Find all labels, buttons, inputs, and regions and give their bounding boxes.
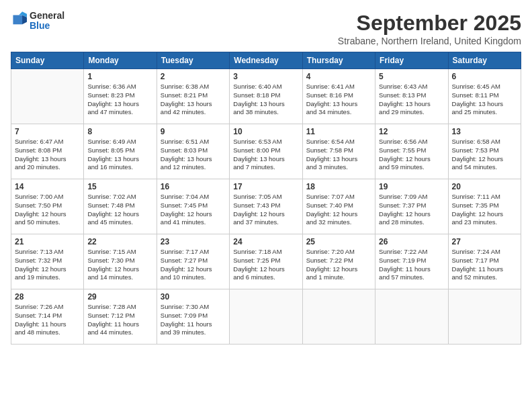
day-number: 20 xyxy=(452,182,517,191)
day-info: Sunrise: 7:18 AM Sunset: 7:25 PM Dayligh… xyxy=(233,248,298,282)
day-info: Sunrise: 6:53 AM Sunset: 8:00 PM Dayligh… xyxy=(233,138,298,172)
calendar-cell xyxy=(375,289,448,345)
calendar-header-row: SundayMondayTuesdayWednesdayThursdayFrid… xyxy=(11,52,521,69)
logo: General Blue xyxy=(11,11,64,32)
header-friday: Friday xyxy=(375,52,448,69)
day-number: 9 xyxy=(161,127,226,136)
calendar-cell: 21Sunrise: 7:13 AM Sunset: 7:32 PM Dayli… xyxy=(11,234,84,289)
day-info: Sunrise: 7:07 AM Sunset: 7:40 PM Dayligh… xyxy=(306,193,371,227)
calendar-cell: 5Sunrise: 6:43 AM Sunset: 8:13 PM Daylig… xyxy=(375,69,448,124)
day-number: 8 xyxy=(87,127,152,136)
day-number: 2 xyxy=(161,72,226,81)
day-number: 23 xyxy=(161,237,226,246)
day-info: Sunrise: 6:36 AM Sunset: 8:23 PM Dayligh… xyxy=(87,83,152,117)
day-info: Sunrise: 6:58 AM Sunset: 7:53 PM Dayligh… xyxy=(452,138,517,172)
day-info: Sunrise: 7:04 AM Sunset: 7:45 PM Dayligh… xyxy=(161,193,226,227)
day-info: Sunrise: 7:17 AM Sunset: 7:27 PM Dayligh… xyxy=(161,248,226,282)
calendar-cell: 24Sunrise: 7:18 AM Sunset: 7:25 PM Dayli… xyxy=(230,234,302,289)
day-number: 14 xyxy=(15,182,80,191)
day-number: 12 xyxy=(379,127,444,136)
calendar-cell: 8Sunrise: 6:49 AM Sunset: 8:05 PM Daylig… xyxy=(84,124,157,179)
logo-blue: Blue xyxy=(30,21,64,31)
calendar-cell: 13Sunrise: 6:58 AM Sunset: 7:53 PM Dayli… xyxy=(448,124,521,179)
calendar-cell: 9Sunrise: 6:51 AM Sunset: 8:03 PM Daylig… xyxy=(157,124,229,179)
day-info: Sunrise: 6:38 AM Sunset: 8:21 PM Dayligh… xyxy=(161,83,226,117)
week-row-2: 7Sunrise: 6:47 AM Sunset: 8:08 PM Daylig… xyxy=(11,124,521,179)
calendar-cell xyxy=(230,289,302,345)
calendar-cell xyxy=(448,289,521,345)
day-info: Sunrise: 7:09 AM Sunset: 7:37 PM Dayligh… xyxy=(379,193,444,227)
calendar-cell: 25Sunrise: 7:20 AM Sunset: 7:22 PM Dayli… xyxy=(302,234,375,289)
day-number: 17 xyxy=(233,182,298,191)
day-number: 7 xyxy=(15,127,80,136)
day-number: 16 xyxy=(161,182,226,191)
calendar-cell: 15Sunrise: 7:02 AM Sunset: 7:48 PM Dayli… xyxy=(84,179,157,234)
day-number: 1 xyxy=(87,72,152,81)
calendar-cell: 4Sunrise: 6:41 AM Sunset: 8:16 PM Daylig… xyxy=(302,69,375,124)
calendar-cell: 1Sunrise: 6:36 AM Sunset: 8:23 PM Daylig… xyxy=(84,69,157,124)
day-info: Sunrise: 7:26 AM Sunset: 7:14 PM Dayligh… xyxy=(15,303,80,337)
calendar-cell: 19Sunrise: 7:09 AM Sunset: 7:37 PM Dayli… xyxy=(375,179,448,234)
day-number: 25 xyxy=(306,237,371,246)
calendar-cell: 30Sunrise: 7:30 AM Sunset: 7:09 PM Dayli… xyxy=(157,289,229,345)
calendar-table: SundayMondayTuesdayWednesdayThursdayFrid… xyxy=(11,52,521,345)
calendar-cell xyxy=(302,289,375,345)
day-number: 6 xyxy=(452,72,517,81)
day-info: Sunrise: 6:41 AM Sunset: 8:16 PM Dayligh… xyxy=(306,83,371,117)
day-info: Sunrise: 7:05 AM Sunset: 7:43 PM Dayligh… xyxy=(233,193,298,227)
calendar-cell: 18Sunrise: 7:07 AM Sunset: 7:40 PM Dayli… xyxy=(302,179,375,234)
day-number: 29 xyxy=(87,292,152,302)
title-area: September 2025 Strabane, Northern Irelan… xyxy=(338,11,521,46)
day-info: Sunrise: 6:47 AM Sunset: 8:08 PM Dayligh… xyxy=(15,138,80,172)
week-row-3: 14Sunrise: 7:00 AM Sunset: 7:50 PM Dayli… xyxy=(11,179,521,234)
calendar-cell: 11Sunrise: 6:54 AM Sunset: 7:58 PM Dayli… xyxy=(302,124,375,179)
page-header: General Blue September 2025 Strabane, No… xyxy=(11,11,521,46)
calendar-cell: 26Sunrise: 7:22 AM Sunset: 7:19 PM Dayli… xyxy=(375,234,448,289)
day-info: Sunrise: 7:15 AM Sunset: 7:30 PM Dayligh… xyxy=(87,248,152,282)
calendar-cell: 6Sunrise: 6:45 AM Sunset: 8:11 PM Daylig… xyxy=(448,69,521,124)
day-info: Sunrise: 6:43 AM Sunset: 8:13 PM Dayligh… xyxy=(379,83,444,117)
day-number: 28 xyxy=(15,292,80,302)
day-number: 15 xyxy=(87,182,152,191)
day-info: Sunrise: 6:45 AM Sunset: 8:11 PM Dayligh… xyxy=(452,83,517,117)
calendar-cell: 16Sunrise: 7:04 AM Sunset: 7:45 PM Dayli… xyxy=(157,179,229,234)
day-number: 5 xyxy=(379,72,444,81)
calendar-cell: 28Sunrise: 7:26 AM Sunset: 7:14 PM Dayli… xyxy=(11,289,84,345)
calendar-cell: 20Sunrise: 7:11 AM Sunset: 7:35 PM Dayli… xyxy=(448,179,521,234)
week-row-5: 28Sunrise: 7:26 AM Sunset: 7:14 PM Dayli… xyxy=(11,289,521,345)
week-row-1: 1Sunrise: 6:36 AM Sunset: 8:23 PM Daylig… xyxy=(11,69,521,124)
logo-text: General Blue xyxy=(30,11,64,32)
calendar-cell: 7Sunrise: 6:47 AM Sunset: 8:08 PM Daylig… xyxy=(11,124,84,179)
day-info: Sunrise: 7:11 AM Sunset: 7:35 PM Dayligh… xyxy=(452,193,517,227)
day-info: Sunrise: 7:28 AM Sunset: 7:12 PM Dayligh… xyxy=(87,303,152,337)
day-info: Sunrise: 6:56 AM Sunset: 7:55 PM Dayligh… xyxy=(379,138,444,172)
day-info: Sunrise: 7:22 AM Sunset: 7:19 PM Dayligh… xyxy=(379,248,444,282)
day-number: 30 xyxy=(161,292,226,302)
header-monday: Monday xyxy=(84,52,157,69)
day-info: Sunrise: 6:51 AM Sunset: 8:03 PM Dayligh… xyxy=(161,138,226,172)
calendar-cell: 12Sunrise: 6:56 AM Sunset: 7:55 PM Dayli… xyxy=(375,124,448,179)
calendar-cell: 23Sunrise: 7:17 AM Sunset: 7:27 PM Dayli… xyxy=(157,234,229,289)
day-info: Sunrise: 6:40 AM Sunset: 8:18 PM Dayligh… xyxy=(233,83,298,117)
day-info: Sunrise: 7:30 AM Sunset: 7:09 PM Dayligh… xyxy=(161,303,226,337)
day-info: Sunrise: 7:20 AM Sunset: 7:22 PM Dayligh… xyxy=(306,248,371,282)
week-row-4: 21Sunrise: 7:13 AM Sunset: 7:32 PM Dayli… xyxy=(11,234,521,289)
header-sunday: Sunday xyxy=(11,52,84,69)
logo-general: General xyxy=(30,11,64,21)
day-number: 18 xyxy=(306,182,371,191)
calendar-cell: 17Sunrise: 7:05 AM Sunset: 7:43 PM Dayli… xyxy=(230,179,302,234)
location-subtitle: Strabane, Northern Ireland, United Kingd… xyxy=(338,36,521,46)
calendar-cell: 14Sunrise: 7:00 AM Sunset: 7:50 PM Dayli… xyxy=(11,179,84,234)
day-info: Sunrise: 7:24 AM Sunset: 7:17 PM Dayligh… xyxy=(452,248,517,282)
calendar-cell: 2Sunrise: 6:38 AM Sunset: 8:21 PM Daylig… xyxy=(157,69,229,124)
day-info: Sunrise: 6:49 AM Sunset: 8:05 PM Dayligh… xyxy=(87,138,152,172)
header-thursday: Thursday xyxy=(302,52,375,69)
day-number: 10 xyxy=(233,127,298,136)
day-number: 13 xyxy=(452,127,517,136)
header-wednesday: Wednesday xyxy=(230,52,302,69)
day-number: 27 xyxy=(452,237,517,246)
month-title: September 2025 xyxy=(338,11,521,36)
day-number: 22 xyxy=(87,237,152,246)
day-number: 3 xyxy=(233,72,298,81)
day-number: 19 xyxy=(379,182,444,191)
